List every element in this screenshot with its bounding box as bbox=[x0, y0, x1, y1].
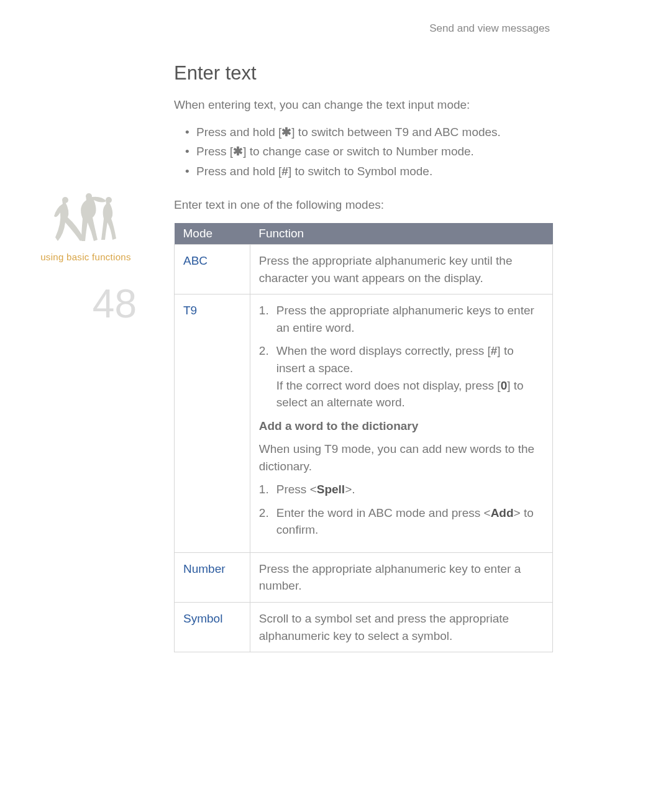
bullet-item: Press and hold [#] to switch to Symbol m… bbox=[185, 163, 553, 180]
hash-icon: # bbox=[491, 344, 498, 357]
function-text: Press the appropriate alphanumeric key u… bbox=[259, 252, 544, 286]
step-text: Enter the word in ABC mode and press < bbox=[276, 506, 491, 519]
mode-name-t9: T9 bbox=[183, 304, 197, 317]
subintro-text: Enter text in one of the following modes… bbox=[174, 198, 553, 212]
intro-text: When entering text, you can change the t… bbox=[174, 97, 553, 114]
table-header-function: Function bbox=[250, 223, 552, 245]
mode-name-number: Number bbox=[183, 562, 226, 575]
svg-point-1 bbox=[86, 193, 92, 199]
sidebar-caption: using basic functions bbox=[30, 252, 142, 262]
star-icon: ✱ bbox=[281, 125, 291, 139]
main-content: Enter text When entering text, you can c… bbox=[174, 62, 553, 652]
bullet-text: Press [ bbox=[196, 145, 233, 158]
function-step: When the word displays correctly, press … bbox=[259, 342, 544, 411]
table-header-mode: Mode bbox=[175, 223, 250, 245]
table-row: Number Press the appropriate alphanumeri… bbox=[175, 552, 553, 602]
svg-point-2 bbox=[106, 197, 112, 203]
sidebar: using basic functions 48 bbox=[30, 193, 142, 327]
star-icon: ✱ bbox=[233, 145, 243, 158]
bullet-text: Press and hold [ bbox=[196, 125, 281, 139]
step-text: When the word displays correctly, press … bbox=[276, 344, 491, 357]
mode-name-symbol: Symbol bbox=[183, 612, 222, 625]
running-header: Send and view messages bbox=[429, 22, 550, 35]
bullet-text: ] to switch to Symbol mode. bbox=[288, 165, 432, 178]
step-text: If the correct word does not display, pr… bbox=[276, 379, 501, 392]
hash-icon: # bbox=[281, 165, 288, 178]
spell-key: Spell bbox=[317, 483, 345, 496]
page-number: 48 bbox=[30, 281, 142, 327]
step-text: >. bbox=[345, 483, 355, 496]
bullet-text: ] to switch between T9 and ABC modes. bbox=[291, 125, 501, 139]
bullet-item: Press and hold [✱] to switch between T9 … bbox=[185, 124, 553, 141]
bullet-item: Press [✱] to change case or switch to Nu… bbox=[185, 143, 553, 160]
bullet-text: Press and hold [ bbox=[196, 165, 281, 178]
dancers-silhouette-icon bbox=[52, 193, 120, 245]
function-text: Press the appropriate alphanumeric key t… bbox=[259, 560, 544, 595]
function-text: When using T9 mode, you can add new word… bbox=[259, 440, 544, 475]
modes-table: Mode Function ABC Press the appropriate … bbox=[174, 223, 553, 652]
function-text: Scroll to a symbol set and press the app… bbox=[259, 610, 544, 644]
table-row: Symbol Scroll to a symbol set and press … bbox=[175, 602, 553, 652]
svg-point-0 bbox=[62, 197, 68, 203]
function-step: Press <Spell>. bbox=[259, 481, 544, 498]
mode-name-abc: ABC bbox=[183, 254, 208, 267]
function-step: Press the appropriate alphanumeric keys … bbox=[259, 302, 544, 336]
zero-key: 0 bbox=[501, 379, 508, 392]
step-text: Press < bbox=[276, 483, 317, 496]
add-key: Add bbox=[491, 506, 514, 519]
table-row: ABC Press the appropriate alphanumeric k… bbox=[175, 245, 553, 294]
bullet-list: Press and hold [✱] to switch between T9 … bbox=[174, 124, 553, 180]
subsection-heading: Add a word to the dictionary bbox=[259, 417, 544, 435]
section-heading: Enter text bbox=[174, 62, 553, 84]
table-row: T9 Press the appropriate alphanumeric ke… bbox=[175, 294, 553, 553]
bullet-text: ] to change case or switch to Number mod… bbox=[243, 145, 474, 158]
function-step: Enter the word in ABC mode and press <Ad… bbox=[259, 504, 544, 539]
